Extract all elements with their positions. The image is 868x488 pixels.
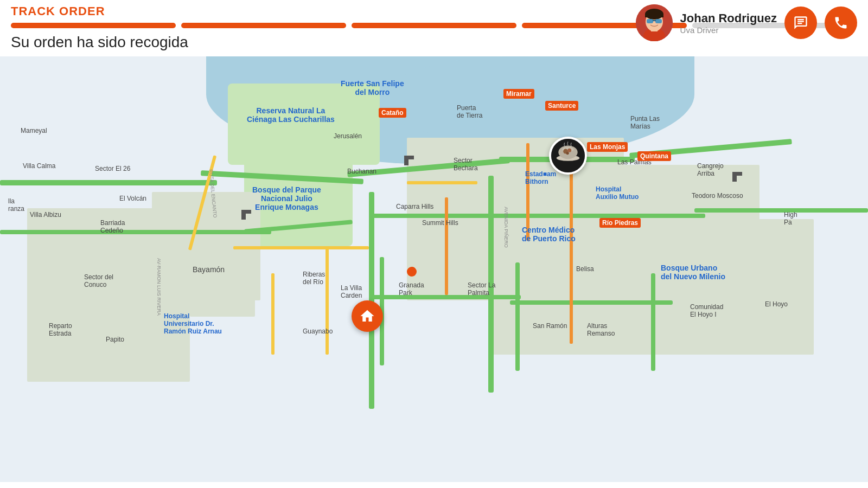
map-background: Mameyal Villa Calma Sector El 26 llaranz… [0,56,868,482]
road-v3 [651,273,655,371]
home-icon [359,308,375,324]
road-pr2-1 [0,230,271,234]
driver-name: Johan Rodriguez [680,11,777,25]
flag-marker-3 [732,172,737,182]
svg-rect-8 [653,20,656,21]
road-ew-3 [694,208,868,213]
delivery-icon [551,137,585,175]
road-y4 [407,181,477,184]
message-button[interactable] [784,7,817,39]
driver-info: Johan Rodriguez Uva Driver [680,11,777,35]
svg-rect-6 [647,19,653,23]
road-y2 [271,273,275,355]
road-pr52-1 [488,176,494,393]
road-o1 [445,197,448,295]
svg-rect-5 [645,14,663,17]
flag-marker-1 [404,156,409,165]
map-container: Mameyal Villa Calma Sector El 26 llaranz… [0,56,868,482]
destination-dot [407,267,417,277]
label-av-ramon: AV·RAMON LUIS RIVERA [156,258,162,316]
road-pr22-5 [629,139,792,158]
driver-avatar [636,4,673,41]
delivery-marker [549,137,587,175]
road-pr22-1 [0,180,217,185]
svg-point-14 [567,149,571,152]
progress-segment-1 [11,23,176,28]
phone-icon [833,15,848,30]
driver-panel: Johan Rodriguez Uva Driver [636,4,857,41]
call-button[interactable] [825,7,857,39]
road-ew-2 [488,214,705,218]
water-channel [380,56,651,143]
progress-segment-2 [181,23,346,28]
road-o2 [570,235,573,344]
road-o3 [526,143,529,241]
svg-point-15 [566,152,569,155]
road-y3 [233,246,369,249]
label-villa-ranza: llaranza [8,197,24,213]
progress-segment-3 [352,23,516,28]
road-h2 [510,300,673,305]
driver-avatar-image [636,4,673,41]
label-mameyal: Mameyal [21,127,47,134]
label-riberas-rio: Riberasdel Río [303,271,325,286]
label-el-volcan: El Volcán [119,195,146,202]
road-v2 [515,262,520,371]
avatar-svg [636,4,673,41]
road-y1 [326,246,329,355]
flag-marker-2 [241,210,246,220]
label-sector-el26: Sector El 26 [95,165,130,172]
message-icon [793,15,808,30]
road-h1 [369,295,521,299]
svg-rect-7 [655,19,662,23]
label-av-pinero: AVENIDA PIÑERO [503,207,509,247]
label-la-villa-carden: La VillaCarden [341,284,362,299]
driver-role: Uva Driver [680,25,777,35]
label-villa-calma: Villa Calma [23,162,55,170]
home-marker [352,300,383,332]
road-ew-1 [369,214,494,218]
header: TRACK ORDER Su orden ha sido recogida [0,0,868,51]
